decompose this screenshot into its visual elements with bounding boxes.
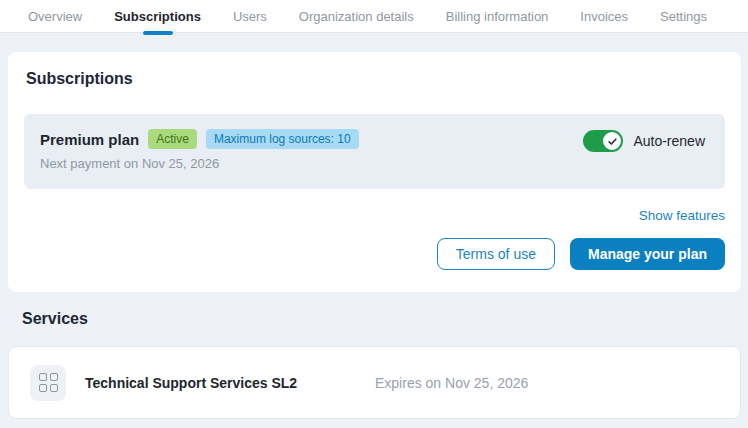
log-sources-badge: Maximum log sources: 10 [206,129,359,149]
tab-subscriptions[interactable]: Subscriptions [114,0,201,33]
premium-plan-panel: Premium plan Active Maximum log sources:… [24,114,725,189]
service-name: Technical Support Services SL2 [85,375,375,391]
tab-overview[interactable]: Overview [28,0,82,33]
terms-of-use-button[interactable]: Terms of use [437,238,555,270]
tab-users[interactable]: Users [233,0,267,33]
tab-billing-information[interactable]: Billing information [446,0,549,33]
page-content: Subscriptions Premium plan Active Maximu… [0,33,748,419]
service-row: Technical Support Services SL2 Expires o… [8,346,741,419]
show-features-link[interactable]: Show features [639,208,725,223]
manage-plan-button[interactable]: Manage your plan [570,238,725,270]
next-payment-text: Next payment on Nov 25, 2026 [40,156,359,171]
top-tab-bar: Overview Subscriptions Users Organizatio… [0,0,748,33]
service-icon-box [30,365,66,401]
tab-invoices[interactable]: Invoices [580,0,628,33]
tab-settings[interactable]: Settings [660,0,707,33]
plan-info: Premium plan Active Maximum log sources:… [40,129,359,171]
services-heading: Services [22,310,741,328]
tab-organization-details[interactable]: Organization details [299,0,414,33]
plan-title-row: Premium plan Active Maximum log sources:… [40,129,359,149]
subscriptions-heading: Subscriptions [26,70,725,88]
plan-actions-row: Terms of use Manage your plan [24,238,725,270]
plan-name: Premium plan [40,131,139,148]
service-expiry: Expires on Nov 25, 2026 [375,375,528,391]
auto-renew-toggle[interactable] [583,130,623,152]
auto-renew-control: Auto-renew [583,130,705,152]
auto-renew-label: Auto-renew [633,133,705,149]
services-grid-icon [39,373,58,392]
status-badge: Active [148,129,197,149]
subscriptions-card: Subscriptions Premium plan Active Maximu… [8,52,741,292]
toggle-check-icon [603,132,621,150]
show-features-row: Show features [24,206,725,224]
